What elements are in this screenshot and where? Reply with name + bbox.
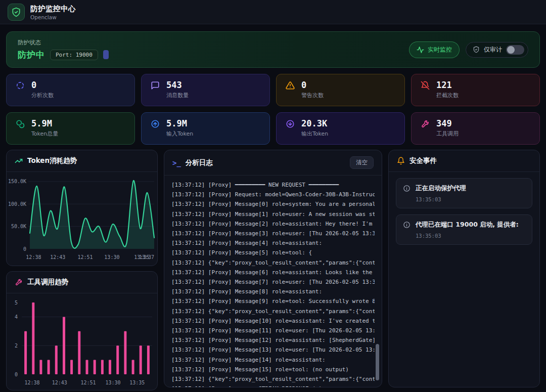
log-line: [13:37:12] [Proxy] Message[15] role=tool… <box>171 365 375 374</box>
realtime-monitor-button[interactable]: 实时监控 <box>409 41 460 58</box>
stat-card-token-total: 5.9M Token总量 <box>6 112 135 145</box>
banner-row: 防护中 Port: 19000 <box>18 49 109 61</box>
app-root: 防护监控中心 Openclaw 防护状态 防护中 Port: 19000 实时监… <box>0 0 546 387</box>
log-line: [13:37:12] [Proxy] Message[2] role=assis… <box>171 219 375 229</box>
log-line: [13:37:12] [Proxy] Message[12] role=assi… <box>171 335 375 345</box>
svg-text:4: 4 <box>15 314 18 320</box>
charts-column: Token消耗趋势 050.0K100.0K150.0K12:3812:4312… <box>6 150 158 390</box>
log-scrollbar-thumb[interactable] <box>376 344 379 380</box>
security-events-panel: 安全事件 正在启动保护代理 13:35:03 <box>388 150 540 387</box>
port-badge: Port: 19000 <box>50 50 98 60</box>
token-trend-header: Token消耗趋势 <box>7 150 157 172</box>
stat-label: Token总量 <box>31 130 58 138</box>
events-title: 安全事件 <box>410 156 437 165</box>
events-header: 安全事件 <box>389 150 539 172</box>
wrench-icon <box>15 278 23 286</box>
token-trend-title: Token消耗趋势 <box>27 156 77 165</box>
banner-right: 实时监控 仅审计 <box>409 41 528 58</box>
svg-text:0: 0 <box>23 246 26 252</box>
log-line: [13:37:12] [Proxy] Message[0] role=syste… <box>171 199 375 209</box>
event-text: 正在启动保护代理 13:35:03 <box>416 184 466 202</box>
audit-only-control[interactable]: 仅审计 <box>466 42 528 58</box>
stat-label: 分析次数 <box>31 92 54 99</box>
stat-card-tool-calls: 349 工具调用 <box>411 112 540 145</box>
warning-icon <box>286 81 295 90</box>
log-line: [13:37:12] {"key":"proxy_tool_result_con… <box>171 374 375 384</box>
log-header: >_ 分析日志 清空 <box>164 150 382 176</box>
stat-card-analysis-count: 0 分析次数 <box>6 74 135 106</box>
event-title: 正在启动保护代理 <box>416 184 466 193</box>
app-titles: 防护监控中心 Openclaw <box>30 4 76 20</box>
block-icon <box>421 81 430 90</box>
svg-text:2: 2 <box>15 343 18 349</box>
event-text: 代理已在端口 19000 启动, 提供者: 13:35:03 <box>416 221 519 239</box>
log-line: [13:37:12] [Proxy] Message[14] role=assi… <box>171 355 375 365</box>
stats-grid: 0 分析次数 543 消息数量 0 警告次数 <box>6 74 540 145</box>
token-trend-chart: 050.0K100.0K150.0K12:3812:4312:5113:3013… <box>7 172 157 266</box>
audit-only-label: 仅审计 <box>484 46 502 54</box>
tool-trend-title: 工具调用趋势 <box>27 278 68 287</box>
log-line: [13:37:12] [Proxy] ━━━━━━━━━ NEW REQUEST… <box>171 180 375 190</box>
log-line: [13:37:12] [Proxy] Message[1] role=user:… <box>171 209 375 219</box>
svg-text:12:51: 12:51 <box>77 254 93 260</box>
security-event-item[interactable]: 正在启动保护代理 13:35:03 <box>396 178 532 208</box>
log-line: [13:37:12] [Proxy] Request: model=Qwen3-… <box>171 190 375 199</box>
tool-trend-chart: 024512:3812:4312:5113:3013:35 <box>7 293 157 390</box>
trending-up-icon <box>15 157 23 165</box>
stat-label: 输入Token <box>166 130 193 138</box>
main-area: Token消耗趋势 050.0K100.0K150.0K12:3812:4312… <box>6 150 540 387</box>
log-line: [13:37:12] [Proxy] Message[9] role=tool:… <box>171 296 375 306</box>
stat-value: 349 <box>436 118 459 128</box>
svg-text:12:43: 12:43 <box>52 380 67 385</box>
pulse-icon <box>417 46 424 54</box>
stat-label: 输出Token <box>301 130 328 138</box>
svg-text:0: 0 <box>15 372 18 377</box>
svg-text:13:30: 13:30 <box>106 380 121 385</box>
svg-text:12:51: 12:51 <box>81 380 96 385</box>
stat-value: 0 <box>301 80 324 90</box>
log-title: 分析日志 <box>186 158 213 167</box>
arrow-up-circle-icon <box>151 119 160 128</box>
stat-value: 121 <box>436 80 459 90</box>
svg-text:150.0K: 150.0K <box>8 179 26 184</box>
log-line: [13:37:12] [Proxy] Message[7] role=user:… <box>171 277 375 287</box>
svg-text:13:30: 13:30 <box>104 254 119 260</box>
scan-icon <box>16 81 25 90</box>
banner-left: 防护状态 防护中 Port: 19000 <box>18 39 109 61</box>
coins-icon <box>16 119 25 128</box>
log-line: [13:37:12] [Proxy] Message[8] role=assis… <box>171 287 375 296</box>
app-header: 防护监控中心 Openclaw <box>0 0 546 24</box>
stat-card-block-count: 121 拦截次数 <box>411 74 540 106</box>
stat-value: 0 <box>31 80 54 90</box>
svg-text:12:38: 12:38 <box>25 380 40 385</box>
svg-text:50.0K: 50.0K <box>11 224 26 229</box>
log-line: [13:37:12] {"key":"proxy_tool_result_con… <box>171 307 375 316</box>
toggle-knob <box>507 46 515 54</box>
clear-log-button[interactable]: 清空 <box>350 156 374 169</box>
stat-card-output-token: 20.3K 输出Token <box>276 112 405 145</box>
log-line: [13:37:12] {"key":"proxy_tool_result_con… <box>171 258 375 268</box>
realtime-monitor-label: 实时监控 <box>428 46 452 54</box>
event-time: 13:35:03 <box>416 196 466 202</box>
shield-logo-icon <box>8 4 25 21</box>
wrench-icon <box>421 119 430 128</box>
info-icon <box>403 221 411 229</box>
log-body[interactable]: [13:37:12] [Proxy] ━━━━━━━━━ NEW REQUEST… <box>164 176 382 387</box>
stat-value: 543 <box>166 80 189 90</box>
stat-card-input-token: 5.9M 输入Token <box>141 112 270 145</box>
stat-card-message-count: 543 消息数量 <box>141 74 270 106</box>
svg-text:12:43: 12:43 <box>50 254 65 260</box>
tool-trend-card: 工具调用趋势 024512:3812:4312:5113:3013:35 <box>6 271 158 390</box>
app-title: 防护监控中心 <box>30 4 76 14</box>
event-title: 代理已在端口 19000 启动, 提供者: <box>416 221 519 229</box>
log-header-left: >_ 分析日志 <box>172 158 213 167</box>
audit-toggle[interactable] <box>506 45 524 55</box>
stat-label: 警告次数 <box>301 92 324 99</box>
svg-text:100.0K: 100.0K <box>8 201 26 207</box>
log-line: [13:37:12] [Proxy] Message[3] role=user:… <box>171 229 375 238</box>
shield-check-icon <box>473 46 480 53</box>
stat-card-warning-count: 0 警告次数 <box>276 74 405 106</box>
token-trend-card: Token消耗趋势 050.0K100.0K150.0K12:3812:4312… <box>6 150 158 266</box>
log-line: [13:37:12] [Proxy] Message[4] role=assis… <box>171 238 375 248</box>
security-event-item[interactable]: 代理已在端口 19000 启动, 提供者: 13:35:03 <box>396 214 532 245</box>
